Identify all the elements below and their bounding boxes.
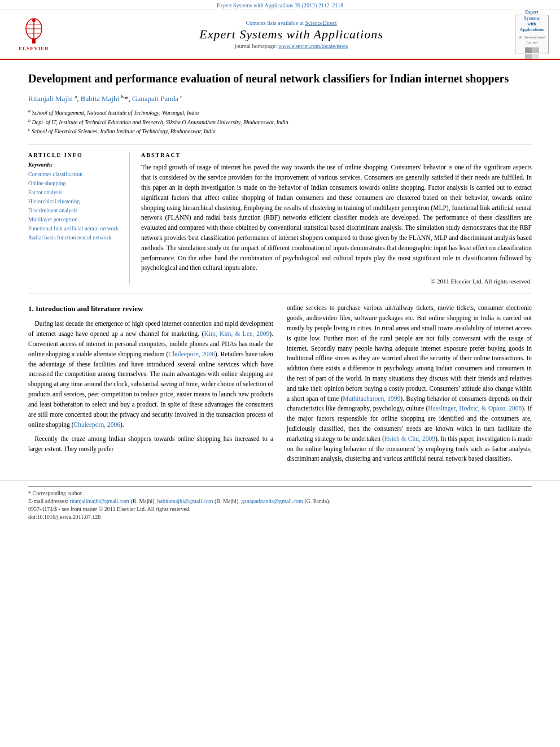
section-divider bbox=[28, 294, 532, 294]
corresponding-note: * Corresponding author. bbox=[28, 490, 532, 496]
top-banner: Expert Systems with Applications 39 (201… bbox=[0, 0, 560, 10]
section1-heading: 1. Introduction and literature review bbox=[28, 303, 273, 314]
section1-para3: online services to purchase various air/… bbox=[287, 303, 532, 464]
elsevier-tree-icon bbox=[17, 18, 51, 45]
body-col-right: online services to purchase various air/… bbox=[287, 303, 532, 469]
abstract-text: The rapid growth of usage of internet ha… bbox=[141, 163, 532, 273]
email-babita[interactable]: babitamajhi@gmail.com bbox=[158, 498, 213, 504]
author-ganapati[interactable]: Ganapati Panda bbox=[132, 94, 178, 103]
email-line: E-mail addresses: ritanjalimajhi@gmail.c… bbox=[28, 498, 532, 504]
divider-1 bbox=[28, 145, 532, 145]
cite-hasslinger-2008[interactable]: Hasslinger, Hodzic, & Opazo, 2008 bbox=[428, 405, 522, 412]
issn-line: 0957-4174/$ - see front matter © 2011 El… bbox=[28, 506, 532, 512]
keyword-flann[interactable]: Functional link artificial neural networ… bbox=[28, 224, 124, 233]
doi-line: doi:10.1016/j.eswa.2011.07.128 bbox=[28, 514, 532, 520]
banner-text: Expert Systems with Applications 39 (201… bbox=[217, 2, 343, 8]
body-columns: 1. Introduction and literature review Du… bbox=[28, 303, 532, 469]
sciencedirect-link: Contents lists available at ScienceDirec… bbox=[68, 20, 515, 26]
keyword-consumer-classification[interactable]: Consumer classification bbox=[28, 170, 124, 179]
elsevier-logo: ELSEVIER bbox=[11, 18, 56, 51]
article-info-label: Article Info bbox=[28, 152, 124, 158]
affil-a: a School of Management, National Institu… bbox=[28, 108, 532, 117]
journal-header: ELSEVIER Contents lists available at Sci… bbox=[0, 10, 560, 60]
keyword-discriminant-analysis[interactable]: Discriminant analysis bbox=[28, 206, 124, 215]
article-body: Article Info Keywords: Consumer classifi… bbox=[28, 152, 532, 285]
elsevier-wordmark: ELSEVIER bbox=[19, 46, 49, 51]
section1-para1: During last decade the emergence of high… bbox=[28, 319, 273, 430]
main-content: Development and performance evaluation o… bbox=[0, 60, 560, 480]
keyword-factor-analysis[interactable]: Factor analysis bbox=[28, 188, 124, 197]
keyword-online-shopping[interactable]: Online shopping bbox=[28, 179, 124, 188]
keyword-hierarchical-clustering[interactable]: Hierarchical clustering bbox=[28, 197, 124, 206]
journal-url-link[interactable]: www.elsevier.com/locate/eswa bbox=[278, 43, 348, 49]
email-ganapati[interactable]: ganapatipanda@gmail.com bbox=[241, 498, 303, 504]
footer-divider bbox=[28, 486, 532, 487]
keyword-rbf[interactable]: Radial basis function neural network bbox=[28, 233, 124, 242]
keywords-title: Keywords: bbox=[28, 161, 124, 168]
affil-b: b Dept. of IT, Institute of Technical Ed… bbox=[28, 117, 532, 126]
cite-kim-2009[interactable]: Kim, Kim, & Lee, 2009 bbox=[204, 330, 269, 337]
svg-rect-0 bbox=[32, 39, 36, 43]
cite-hsieh-2009[interactable]: Hsieh & Chu, 2009 bbox=[384, 435, 435, 442]
author-babita[interactable]: Babita Majhi bbox=[81, 94, 119, 103]
abstract-label: Abstract bbox=[141, 152, 532, 158]
sciencedirect-anchor[interactable]: ScienceDirect bbox=[305, 20, 336, 26]
page-footer: * Corresponding author. E-mail addresses… bbox=[0, 480, 560, 525]
affiliations: a School of Management, National Institu… bbox=[28, 108, 532, 136]
paper-title: Development and performance evaluation o… bbox=[28, 71, 532, 86]
section1-para2: Recently the craze among Indian shoppers… bbox=[28, 434, 273, 455]
journal-center: Contents lists available at ScienceDirec… bbox=[68, 20, 515, 49]
journal-url: journal homepage: www.elsevier.com/locat… bbox=[68, 43, 515, 49]
svg-point-6 bbox=[32, 19, 36, 22]
email-ritanjali[interactable]: ritanjalimajhi@gmail.com bbox=[69, 498, 129, 504]
cite-muthitacharoen-1999[interactable]: Muthitacharoen, 1999 bbox=[343, 395, 400, 402]
abstract-section: Abstract The rapid growth of usage of in… bbox=[141, 152, 532, 285]
article-info: Article Info Keywords: Consumer classifi… bbox=[28, 152, 130, 285]
cite-chuleeporn-2006-2[interactable]: Chuleeporn, 2006 bbox=[74, 421, 120, 428]
author-ritanjali[interactable]: Ritanjali Majhi bbox=[28, 94, 73, 103]
cite-chuleeporn-2006-1[interactable]: Chuleeporn, 2006 bbox=[168, 351, 215, 357]
keyword-multilayer-perceptron[interactable]: Multilayer perceptron bbox=[28, 215, 124, 224]
copyright-notice: © 2011 Elsevier Ltd. All rights reserved… bbox=[141, 278, 532, 285]
journal-thumb: Expert Systems with Applications An Inte… bbox=[515, 15, 549, 54]
affil-c: c School of Electrical Sciences, Indian … bbox=[28, 126, 532, 136]
journal-title: Expert Systems with Applications bbox=[68, 27, 515, 42]
authors-line: Ritanjali Majhi a, Babita Majhi b,*, Gan… bbox=[28, 94, 532, 103]
body-col-left: 1. Introduction and literature review Du… bbox=[28, 303, 273, 469]
